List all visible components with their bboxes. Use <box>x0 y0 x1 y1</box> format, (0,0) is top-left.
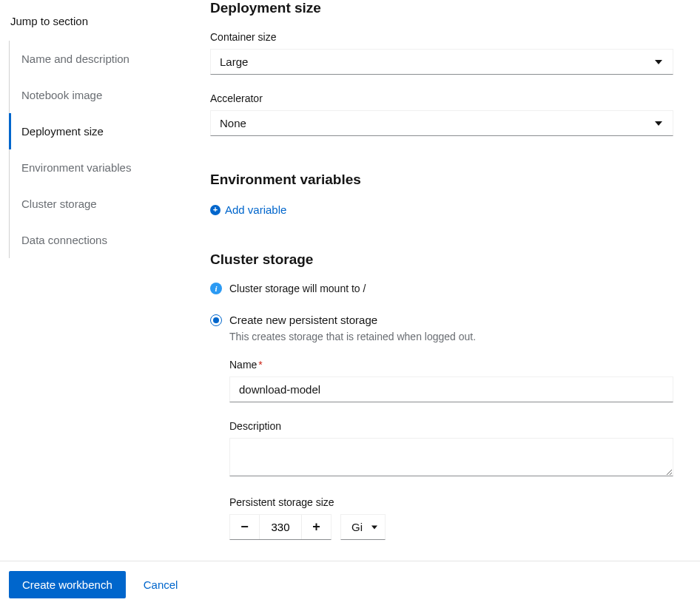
accelerator-field: Accelerator None <box>210 92 673 136</box>
storage-info-text: Cluster storage will mount to / <box>229 283 366 294</box>
storage-desc-input[interactable] <box>229 438 673 476</box>
caret-down-icon <box>655 121 662 126</box>
container-size-select-button[interactable]: Large <box>211 50 673 74</box>
stepper-minus-button[interactable]: − <box>230 515 260 539</box>
create-storage-radio[interactable] <box>210 314 222 326</box>
accelerator-label: Accelerator <box>210 92 673 104</box>
plus-circle-icon: + <box>210 205 221 215</box>
container-size-label: Container size <box>210 31 673 43</box>
stepper-plus-button[interactable]: + <box>301 515 331 539</box>
nav-item-cluster-storage[interactable]: Cluster storage <box>10 186 184 222</box>
accelerator-select-button[interactable]: None <box>211 111 673 135</box>
env-heading: Environment variables <box>210 172 673 188</box>
nav-item-environment-variables[interactable]: Environment variables <box>10 149 184 186</box>
container-size-field: Container size Large <box>210 31 673 75</box>
storage-name-input[interactable] <box>229 376 673 402</box>
storage-size-input[interactable] <box>260 515 301 539</box>
nav-item-data-connections[interactable]: Data connections <box>10 222 184 258</box>
storage-heading: Cluster storage <box>210 251 673 268</box>
footer: Create workbench Cancel <box>0 561 700 608</box>
environment-variables-section: Environment variables + Add variable <box>210 172 673 216</box>
nav-item-notebook-image[interactable]: Notebook image <box>10 77 184 113</box>
required-indicator: * <box>258 359 262 371</box>
accelerator-value: None <box>220 117 246 129</box>
add-variable-label: Add variable <box>225 203 286 216</box>
caret-down-icon <box>371 525 377 529</box>
container-size-value: Large <box>220 55 248 68</box>
storage-size-stepper: − + <box>229 514 332 540</box>
accelerator-select[interactable]: None <box>210 110 673 136</box>
create-storage-radio-label: Create new persistent storage <box>229 314 377 326</box>
info-icon: i <box>210 283 222 294</box>
storage-info: i Cluster storage will mount to / <box>210 283 673 294</box>
cancel-button[interactable]: Cancel <box>144 578 178 591</box>
deployment-size-section: Deployment size Container size Large Acc… <box>210 0 673 136</box>
add-variable-button[interactable]: + Add variable <box>210 203 286 216</box>
jump-nav: Name and description Notebook image Depl… <box>9 41 184 258</box>
storage-unit-select[interactable]: Gi <box>340 514 386 540</box>
container-size-select[interactable]: Large <box>210 49 673 75</box>
storage-unit-value: Gi <box>351 521 363 533</box>
caret-down-icon <box>655 60 662 64</box>
storage-size-label: Persistent storage size <box>229 496 673 508</box>
nav-item-deployment-size[interactable]: Deployment size <box>9 113 184 149</box>
nav-item-name-description[interactable]: Name and description <box>10 41 184 77</box>
create-storage-help: This creates storage that is retained wh… <box>229 331 673 342</box>
cluster-storage-section: Cluster storage i Cluster storage will m… <box>210 251 673 540</box>
storage-subform: Name* Description Persistent storage siz… <box>229 359 673 540</box>
main-content: Deployment size Container size Large Acc… <box>192 0 700 561</box>
create-storage-radio-row: Create new persistent storage <box>210 314 673 326</box>
create-workbench-button[interactable]: Create workbench <box>9 571 126 598</box>
jump-sidebar: Jump to section Name and description Not… <box>0 0 192 561</box>
storage-size-row: − + Gi <box>229 514 673 540</box>
storage-desc-label: Description <box>229 420 673 432</box>
deployment-heading: Deployment size <box>210 0 673 16</box>
storage-name-label: Name* <box>229 359 673 371</box>
jump-title: Jump to section <box>9 15 184 27</box>
